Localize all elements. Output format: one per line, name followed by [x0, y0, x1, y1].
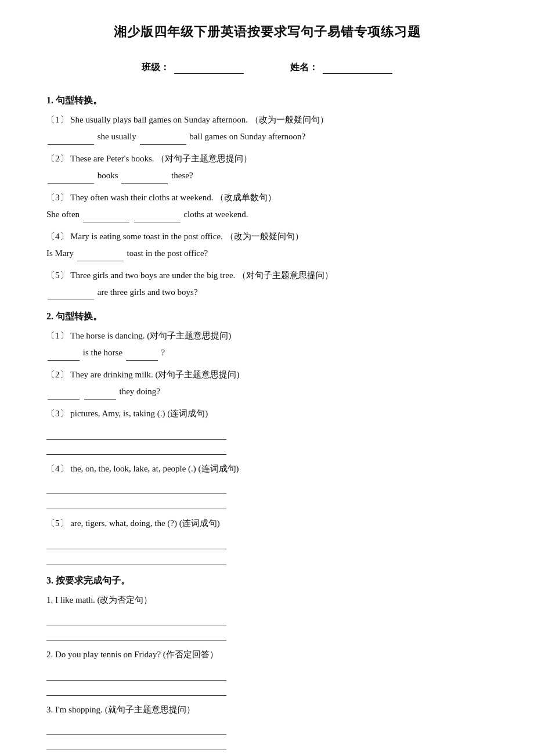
section2-item5: 〔5〕 are, tigers, what, doing, the (?) (连… [46, 515, 488, 564]
q3-1-instruction: (改为否定句） [97, 595, 152, 604]
q1-5-instruction: （对句子主题意思提问） [237, 271, 333, 280]
section1: 1. 句型转换。 〔1〕 She usually plays ball game… [46, 95, 488, 300]
q1-3-id: 〔3〕 [46, 193, 68, 202]
q1-3-text1: She often [46, 210, 82, 219]
q1-3-instruction: （改成单数句） [215, 193, 276, 202]
q3-3-line2[interactable] [46, 736, 226, 750]
q1-1-text1: she usually [98, 132, 139, 141]
q3-1-line1[interactable] [46, 611, 226, 625]
q1-2-instruction: （对句子主题意思提问） [156, 154, 252, 163]
q1-1-instruction: （改为一般疑问句） [250, 115, 329, 124]
q1-3-text2: cloths at weekend. [183, 210, 248, 219]
q3-1-num: 1. [46, 595, 55, 604]
q1-5-original: Three girls and two boys are under the b… [70, 271, 235, 280]
section2: 2. 句型转换。 〔1〕 The horse is dancing. (对句子主… [46, 311, 488, 564]
q1-2-original: These are Peter's books. [70, 154, 154, 163]
q2-1-blank2[interactable] [126, 360, 158, 361]
q2-2-text1: they doing? [120, 387, 160, 396]
q3-1-original: I like math. [55, 595, 95, 604]
section2-item1: 〔1〕 The horse is dancing. (对句子主题意思提问) is… [46, 327, 488, 361]
section1-title: 1. 句型转换。 [46, 95, 488, 107]
q1-5-text1: are three girls and two boys? [98, 287, 198, 297]
q2-1-original: The horse is dancing. [70, 331, 145, 340]
q2-2-id: 〔2〕 [46, 370, 68, 379]
q2-2-original: They are drinking milk. [70, 370, 153, 379]
q3-2-line2[interactable] [46, 682, 226, 696]
q1-2-text1: books [98, 171, 121, 180]
q1-3-blank2[interactable] [134, 222, 181, 222]
q3-2-instruction: (作否定回答） [163, 650, 218, 659]
q1-4-text1: Is Mary [46, 249, 76, 258]
q1-4-instruction: （改为一般疑问句） [225, 232, 304, 241]
q2-4-original: the, on, the, look, lake, at, people (.)… [70, 464, 239, 473]
section1-item3: 〔3〕 They often wash their cloths at week… [46, 189, 488, 222]
q2-5-id: 〔5〕 [46, 519, 68, 528]
q1-1-blank1[interactable] [48, 144, 94, 145]
section3-item1: 1. I like math. (改为否定句） [46, 592, 488, 641]
name-label: 姓名： [290, 62, 318, 74]
q2-2-blank2[interactable] [84, 399, 116, 399]
q1-1-text2: ball games on Sunday afternoon? [189, 132, 305, 141]
section3: 3. 按要求完成句子。 1. I like math. (改为否定句） 2. D… [46, 575, 488, 757]
q1-4-id: 〔4〕 [46, 232, 68, 241]
q2-5-line1[interactable] [46, 535, 226, 549]
section1-item2: 〔2〕 These are Peter's books. （对句子主题意思提问）… [46, 150, 488, 183]
q2-1-text1: is the horse [83, 348, 125, 357]
q2-5-line2[interactable] [46, 550, 226, 564]
class-input[interactable] [174, 62, 244, 74]
q3-3-line1[interactable] [46, 721, 226, 735]
q2-3-line2[interactable] [46, 441, 226, 455]
q1-2-text2: these? [171, 171, 193, 180]
section1-item4: 〔4〕 Mary is eating some toast in the pos… [46, 228, 488, 261]
q3-1-line2[interactable] [46, 627, 226, 640]
section1-item1: 〔1〕 She usually plays ball games on Sund… [46, 111, 488, 145]
section2-title: 2. 句型转换。 [46, 311, 488, 323]
class-label: 班级： [142, 62, 169, 74]
section2-item4: 〔4〕 the, on, the, look, lake, at, people… [46, 460, 488, 510]
q3-3-instruction: (就句子主题意思提问） [105, 705, 195, 714]
q1-5-blank1[interactable] [48, 300, 94, 300]
q1-2-blank1[interactable] [48, 183, 94, 183]
q1-1-blank2[interactable] [140, 144, 186, 145]
q1-2-id: 〔2〕 [46, 154, 68, 163]
q3-2-num: 2. [46, 650, 55, 659]
page-title: 湘少版四年级下册英语按要求写句子易错专项练习题 [46, 23, 488, 41]
q1-3-blank1[interactable] [83, 222, 129, 222]
section2-item3: 〔3〕 pictures, Amy, is, taking (.) (连词成句) [46, 405, 488, 455]
q2-3-id: 〔3〕 [46, 409, 68, 418]
q2-5-original: are, tigers, what, doing, the (?) (连词成句) [70, 519, 219, 528]
q2-4-line1[interactable] [46, 480, 226, 494]
q3-3-original: I'm shopping. [55, 705, 103, 714]
q1-3-original: They often wash their cloths at weekend. [70, 193, 213, 202]
q2-2-instruction: (对句子主题意思提问) [155, 370, 239, 379]
q1-1-original: She usually plays ball games on Sunday a… [70, 115, 248, 124]
name-input[interactable] [323, 62, 392, 74]
q3-3-num: 3. [46, 705, 55, 714]
q2-2-blank1[interactable] [48, 399, 80, 399]
q1-1-id: 〔1〕 [46, 115, 68, 124]
q2-3-original: pictures, Amy, is, taking (.) (连词成句) [70, 409, 208, 418]
section2-item2: 〔2〕 They are drinking milk. (对句子主题意思提问) … [46, 366, 488, 399]
q3-2-original: Do you play tennis on Friday? [55, 650, 161, 659]
q1-5-id: 〔5〕 [46, 271, 68, 280]
section3-item2: 2. Do you play tennis on Friday? (作否定回答） [46, 646, 488, 696]
q1-4-original: Mary is eating some toast in the post of… [70, 232, 223, 241]
q2-1-instruction: (对句子主题意思提问) [147, 331, 231, 340]
q2-1-blank1[interactable] [48, 360, 80, 361]
q1-2-blank2[interactable] [121, 183, 168, 183]
q2-3-line1[interactable] [46, 426, 226, 440]
q2-4-line2[interactable] [46, 495, 226, 509]
q1-4-blank1[interactable] [77, 261, 124, 261]
section1-item5: 〔5〕 Three girls and two boys are under t… [46, 267, 488, 300]
q3-2-line1[interactable] [46, 667, 226, 681]
q2-1-text2: ? [161, 348, 165, 357]
section3-item3: 3. I'm shopping. (就句子主题意思提问） [46, 701, 488, 751]
q1-4-text2: toast in the post office? [127, 249, 208, 258]
section3-title: 3. 按要求完成句子。 [46, 575, 488, 587]
q2-4-id: 〔4〕 [46, 464, 68, 473]
q2-1-id: 〔1〕 [46, 331, 68, 340]
